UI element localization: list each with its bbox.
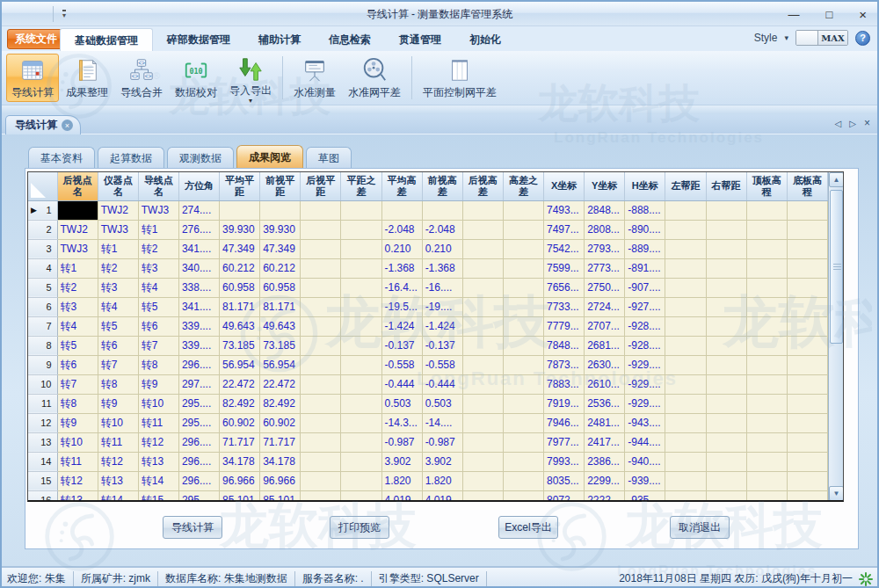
cell[interactable] (462, 220, 503, 239)
cell[interactable] (503, 239, 543, 258)
cell[interactable] (341, 258, 381, 278)
cell[interactable] (503, 432, 543, 452)
cell[interactable] (341, 297, 381, 316)
cell[interactable]: 7542... (544, 239, 585, 258)
column-header[interactable]: 左帮距 (665, 172, 706, 200)
cell[interactable] (301, 394, 341, 413)
cell[interactable]: 转6 (98, 336, 138, 355)
style-selector[interactable]: Style (754, 32, 778, 44)
cell[interactable] (746, 394, 787, 413)
cell[interactable]: 转8 (57, 394, 98, 413)
cell[interactable] (746, 258, 787, 278)
cell[interactable] (665, 394, 706, 413)
row-number[interactable]: 9 (28, 355, 57, 374)
cell[interactable]: 7919... (544, 394, 585, 413)
cell[interactable] (746, 336, 787, 355)
cell[interactable] (706, 239, 746, 258)
cell[interactable]: -0.558 (381, 355, 422, 374)
close-document-icon[interactable]: × (864, 117, 870, 129)
cell[interactable] (787, 200, 827, 220)
cell[interactable] (503, 452, 543, 471)
cell[interactable] (301, 239, 341, 258)
cell[interactable]: 转13 (98, 471, 138, 490)
cell[interactable] (665, 355, 706, 374)
cell[interactable]: -891.... (625, 258, 665, 278)
help-icon[interactable]: ? (855, 31, 870, 46)
cell[interactable] (462, 432, 503, 452)
cell[interactable] (787, 355, 827, 374)
cell[interactable] (301, 471, 341, 490)
cell[interactable]: -16.... (422, 278, 462, 297)
cell[interactable] (787, 490, 827, 502)
cell[interactable]: -929.... (625, 394, 665, 413)
cell[interactable] (462, 200, 503, 220)
cell[interactable] (665, 452, 706, 471)
cell[interactable] (341, 471, 381, 490)
tab-close-icon[interactable]: × (62, 120, 73, 131)
cell[interactable] (706, 471, 746, 490)
cell[interactable] (746, 239, 787, 258)
scroll-right-icon[interactable]: ▷ (849, 119, 856, 128)
cell[interactable]: -0.444 (381, 374, 422, 394)
cell[interactable] (462, 452, 503, 471)
cell[interactable]: 转8 (98, 374, 138, 394)
vertical-scrollbar[interactable]: ▲ ▼ (828, 172, 843, 501)
scroll-down-icon[interactable]: ▼ (829, 486, 844, 501)
cell[interactable] (746, 490, 787, 502)
cell[interactable]: TWJ3 (98, 220, 138, 239)
ribbon-tab-3[interactable]: 信息检索 (315, 28, 385, 51)
cell[interactable]: TWJ2 (98, 200, 138, 220)
cell[interactable]: 转3 (98, 278, 138, 297)
cell[interactable] (706, 336, 746, 355)
cell[interactable] (706, 200, 746, 220)
cell[interactable]: 2630... (585, 355, 625, 374)
row-number[interactable]: 6 (28, 297, 57, 316)
cell[interactable] (706, 355, 746, 374)
cell[interactable]: 转6 (138, 316, 178, 336)
max-toggle-label[interactable]: MAX (817, 31, 847, 45)
cell[interactable] (301, 374, 341, 394)
ribbon-button-traverse-calc[interactable]: 导线计算 (6, 54, 59, 102)
cell[interactable]: 7848... (544, 336, 585, 355)
cell[interactable]: -0.558 (422, 355, 462, 374)
cell[interactable]: 2481... (585, 413, 625, 432)
cell[interactable]: 341.... (178, 239, 219, 258)
max-toggle[interactable]: MAX (795, 30, 848, 46)
cell[interactable]: 转13 (57, 490, 98, 502)
cell[interactable] (787, 278, 827, 297)
row-number[interactable]: 14 (28, 452, 57, 471)
ribbon-tab-5[interactable]: 初始化 (455, 28, 515, 51)
cell[interactable] (301, 452, 341, 471)
cell[interactable]: TWJ2 (57, 220, 98, 239)
cell[interactable]: 71.717 (260, 432, 301, 452)
cell[interactable]: 4.019 (422, 490, 462, 502)
cell[interactable] (341, 278, 381, 297)
ribbon-button-results-organize[interactable]: 成果整理 (61, 54, 113, 102)
select-all-corner[interactable] (28, 172, 57, 200)
row-number[interactable]: 7 (28, 316, 57, 336)
column-header[interactable]: 顶板高程 (746, 172, 787, 200)
cell[interactable]: 60.212 (260, 258, 301, 278)
cell[interactable]: -0.137 (422, 336, 462, 355)
cell[interactable]: 转7 (57, 374, 98, 394)
cell[interactable]: -1.424 (422, 316, 462, 336)
cell[interactable]: -2.048 (381, 220, 422, 239)
cell[interactable] (787, 374, 827, 394)
ribbon-button-plane-control-net[interactable]: 平面控制网平差 (418, 54, 502, 102)
cell[interactable]: 296.... (178, 432, 219, 452)
column-header[interactable]: 平均高差 (381, 172, 422, 200)
cell[interactable]: -14.3... (381, 413, 422, 432)
cell[interactable] (503, 200, 543, 220)
cell[interactable] (341, 355, 381, 374)
cell[interactable]: -943.... (625, 413, 665, 432)
column-header[interactable]: 前视平距 (260, 172, 301, 200)
cell[interactable] (301, 490, 341, 502)
row-number[interactable]: 15 (28, 471, 57, 490)
cell[interactable]: 7873... (544, 355, 585, 374)
cell[interactable] (301, 278, 341, 297)
cell[interactable]: -14.... (422, 413, 462, 432)
cell[interactable] (260, 200, 301, 220)
cell[interactable] (462, 394, 503, 413)
cell[interactable]: 276.... (178, 220, 219, 239)
cell[interactable]: 2707... (585, 316, 625, 336)
